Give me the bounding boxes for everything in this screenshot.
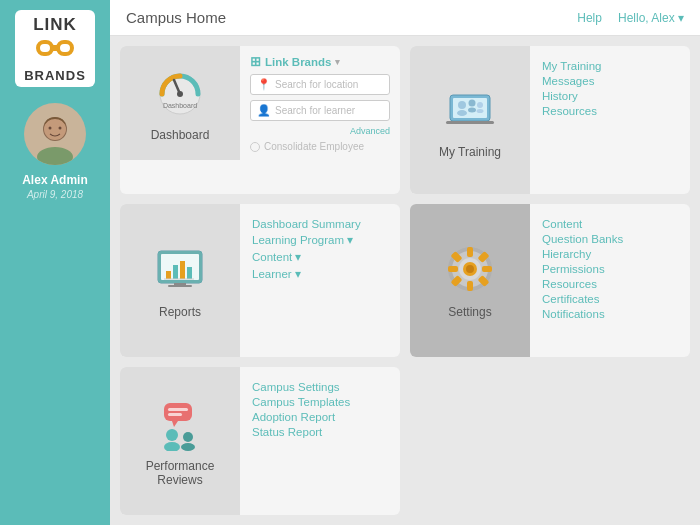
reports-link-0[interactable]: Dashboard Summary: [252, 218, 361, 230]
reports-card: Reports Dashboard Summary Learning Progr…: [120, 204, 400, 358]
search-learner-input[interactable]: 👤 Search for learner: [250, 100, 390, 121]
page-title: Campus Home: [126, 9, 226, 26]
my-training-link-2[interactable]: History: [542, 90, 601, 102]
user-date: April 9, 2018: [27, 189, 83, 200]
svg-rect-44: [164, 403, 192, 421]
svg-point-6: [49, 127, 52, 130]
my-training-links: My Training Messages History Resources: [530, 46, 613, 194]
performance-reviews-card: Performance Reviews Campus Settings Camp…: [120, 367, 400, 515]
svg-rect-25: [173, 265, 178, 279]
user-name: Alex Admin: [22, 173, 88, 187]
location-icon: 📍: [257, 78, 271, 91]
consolidate-button[interactable]: Consolidate Employee: [250, 141, 390, 152]
learner-icon: 👤: [257, 104, 271, 117]
svg-rect-24: [166, 271, 171, 279]
settings-link-1[interactable]: Question Banks: [542, 233, 623, 245]
dashboard-content: ⊞ Link Brands ▾ 📍 Search for location 👤 …: [240, 46, 400, 160]
sidebar: LINK BRANDS Alex Admin April 9, 2018: [0, 0, 110, 525]
svg-point-19: [477, 109, 484, 113]
reports-link-2[interactable]: Content ▾: [252, 250, 361, 264]
settings-links: Content Question Banks Hierarchy Permiss…: [530, 204, 635, 358]
svg-rect-46: [168, 408, 188, 411]
logo[interactable]: LINK BRANDS: [15, 10, 95, 87]
reports-link-3[interactable]: Learner ▾: [252, 267, 361, 281]
link-brands-button[interactable]: ⊞ Link Brands ▾: [250, 54, 390, 69]
svg-rect-34: [467, 281, 473, 291]
help-link[interactable]: Help: [577, 11, 602, 25]
perf-link-1[interactable]: Campus Templates: [252, 396, 350, 408]
settings-label: Settings: [448, 305, 491, 319]
svg-rect-26: [180, 261, 185, 279]
logo-link-text: LINK: [23, 16, 87, 33]
svg-rect-0: [38, 42, 52, 54]
svg-rect-1: [58, 42, 72, 54]
reports-label: Reports: [159, 305, 201, 319]
svg-rect-27: [187, 267, 192, 279]
settings-card: Settings Content Question Banks Hierarch…: [410, 204, 690, 358]
svg-point-43: [466, 265, 474, 273]
svg-rect-35: [448, 266, 458, 272]
perf-link-0[interactable]: Campus Settings: [252, 381, 350, 393]
my-training-link-1[interactable]: Messages: [542, 75, 601, 87]
my-training-link-3[interactable]: Resources: [542, 105, 601, 117]
my-training-card: My Training My Training Messages History…: [410, 46, 690, 194]
svg-rect-47: [168, 413, 182, 416]
perf-label: Performance Reviews: [126, 459, 234, 487]
my-training-icon-section: My Training: [410, 46, 530, 194]
reports-link-1[interactable]: Learning Program ▾: [252, 233, 361, 247]
svg-point-15: [457, 110, 467, 116]
svg-rect-36: [482, 266, 492, 272]
dashboard-label: Dashboard: [151, 128, 210, 142]
perf-icon-section: Performance Reviews: [120, 367, 240, 515]
search-location-input[interactable]: 📍 Search for location: [250, 74, 390, 95]
advanced-link[interactable]: Advanced: [250, 126, 390, 136]
dashboard-grid: Dashboard Dashboard ⊞ Link Brands ▾ 📍 Se…: [110, 36, 700, 525]
settings-link-5[interactable]: Certificates: [542, 293, 623, 305]
svg-point-17: [468, 107, 476, 112]
svg-point-18: [477, 102, 483, 108]
svg-rect-2: [50, 45, 60, 51]
grid-icon: ⊞: [250, 54, 261, 69]
svg-point-49: [164, 442, 180, 451]
svg-marker-45: [172, 421, 178, 427]
avatar: [24, 103, 86, 165]
settings-link-6[interactable]: Notifications: [542, 308, 623, 320]
logo-icon: [23, 35, 87, 66]
perf-link-2[interactable]: Adoption Report: [252, 411, 350, 423]
svg-point-14: [458, 101, 466, 109]
svg-text:Dashboard: Dashboard: [163, 102, 197, 109]
svg-point-7: [59, 127, 62, 130]
dashboard-icon-section: Dashboard Dashboard: [120, 46, 240, 160]
svg-point-48: [166, 429, 178, 441]
settings-link-4[interactable]: Resources: [542, 278, 623, 290]
my-training-link-0[interactable]: My Training: [542, 60, 601, 72]
logo-brands-text: BRANDS: [23, 68, 87, 83]
settings-icon-section: Settings: [410, 204, 530, 358]
topbar-actions: Help Hello, Alex ▾: [577, 11, 684, 25]
radio-icon: [250, 142, 260, 152]
settings-link-2[interactable]: Hierarchy: [542, 248, 623, 260]
svg-point-51: [181, 443, 195, 451]
svg-rect-30: [168, 285, 192, 287]
settings-link-3[interactable]: Permissions: [542, 263, 623, 275]
settings-link-0[interactable]: Content: [542, 218, 623, 230]
dashboard-card: Dashboard Dashboard ⊞ Link Brands ▾ 📍 Se…: [120, 46, 400, 194]
topbar: Campus Home Help Hello, Alex ▾: [110, 0, 700, 36]
my-training-label: My Training: [439, 145, 501, 159]
svg-rect-20: [446, 121, 494, 124]
perf-links: Campus Settings Campus Templates Adoptio…: [240, 367, 362, 515]
svg-point-10: [177, 91, 183, 97]
perf-link-3[interactable]: Status Report: [252, 426, 350, 438]
user-menu[interactable]: Hello, Alex ▾: [618, 11, 684, 25]
reports-links: Dashboard Summary Learning Program ▾ Con…: [240, 204, 373, 358]
svg-point-16: [469, 99, 476, 106]
main-area: Campus Home Help Hello, Alex ▾: [110, 0, 700, 525]
svg-point-50: [183, 432, 193, 442]
svg-rect-33: [467, 247, 473, 257]
reports-icon-section: Reports: [120, 204, 240, 358]
svg-point-4: [37, 147, 73, 165]
